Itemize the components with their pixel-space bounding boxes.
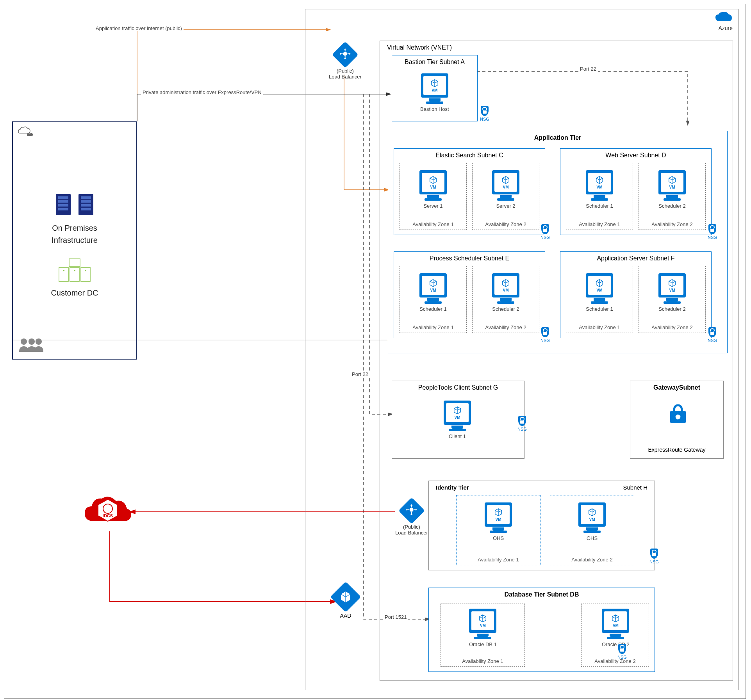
as-title: Application Server Subnet F — [560, 255, 711, 262]
ws-sched1-vm: VMScheduler 1 — [586, 170, 613, 209]
on-premises-box: On Premises Infrastructure Customer DC — [12, 121, 137, 360]
es-nsg: NSG — [541, 224, 550, 240]
aad-icon: AAD — [335, 586, 357, 619]
svg-point-20 — [29, 338, 35, 345]
svg-point-1 — [30, 133, 33, 136]
idcs-cloud: IDCS — [82, 492, 133, 530]
svg-text:IDCS: IDCS — [103, 513, 113, 518]
svg-point-18 — [85, 270, 86, 271]
diagram-frame: Application traffic over internet (publi… — [4, 4, 746, 699]
svg-rect-3 — [58, 196, 68, 199]
svg-rect-8 — [81, 196, 91, 199]
identity-title-left: Identity Tier — [436, 484, 469, 491]
pt-title: PeopleTools Client Subnet G — [392, 384, 524, 391]
svg-rect-12 — [69, 259, 80, 267]
process-scheduler-subnet: Process Scheduler Subnet E VMScheduler 1… — [394, 251, 545, 338]
svg-rect-6 — [58, 208, 68, 210]
customer-dc-icon — [55, 256, 94, 285]
pt-client-vm: VMClient 1 — [444, 401, 471, 439]
svg-point-19 — [21, 338, 27, 345]
svg-rect-4 — [58, 200, 68, 203]
svg-rect-15 — [81, 267, 90, 281]
onprem-title-1: On Premises — [52, 224, 97, 233]
customer-dc-label: Customer DC — [51, 289, 98, 297]
svg-rect-9 — [81, 200, 91, 203]
expressroute-gateway-icon — [665, 402, 690, 429]
svg-rect-14 — [70, 267, 79, 281]
svg-point-21 — [36, 338, 42, 345]
identity-tier: Identity Tier Subnet H VMOHS Availabilit… — [428, 481, 655, 570]
gw-label: ExpressRoute Gateway — [630, 447, 723, 453]
es-server1-vm: VMServer 1 — [419, 170, 447, 209]
bastion-host-vm: VM Bastion Host — [420, 73, 449, 112]
bastion-nsg: NSG — [480, 106, 489, 121]
application-server-subnet: Application Server Subnet F VMScheduler … — [560, 251, 712, 338]
es-title: Elastic Search Subnet C — [394, 152, 545, 159]
ps-sched1-vm: VMScheduler 1 — [419, 273, 447, 312]
app-tier-title: Application Tier — [388, 134, 727, 141]
es-server2-vm: VMServer 2 — [492, 170, 519, 209]
ps-nsg: NSG — [541, 327, 550, 343]
identity-ohs2-vm: VMOHS — [578, 502, 606, 541]
as-sched2-vm: VMScheduler 2 — [658, 273, 686, 312]
virtual-network: Virtual Network (VNET) Bastion Tier Subn… — [380, 41, 733, 681]
svg-point-22 — [343, 52, 347, 56]
users-group-icon — [17, 336, 44, 355]
vnet-title: Virtual Network (VNET) — [387, 44, 452, 51]
db-nsg: NSG — [617, 644, 627, 659]
peopletools-client-subnet: PeopleTools Client Subnet G VMClient 1 — [392, 381, 524, 459]
gateway-subnet: GatewaySubnet ExpressRoute Gateway — [630, 381, 724, 459]
ws-title: Web Server Subnet D — [560, 152, 711, 159]
elastic-search-subnet: Elastic Search Subnet C VMServer 1 Avail… — [394, 148, 545, 235]
aad-label: AAD — [340, 613, 351, 619]
identity-nsg: NSG — [649, 549, 659, 564]
as-sched1-vm: VMScheduler 1 — [586, 273, 613, 312]
identity-title-right: Subnet H — [623, 484, 648, 491]
svg-point-17 — [74, 270, 75, 271]
pt-nsg: NSG — [517, 416, 527, 431]
lb2-label: (Public) Load Balancer — [395, 524, 428, 536]
public-load-balancer-2: (Public) Load Balancer — [395, 501, 428, 536]
bastion-tier: Bastion Tier Subnet A VM Bastion Host — [392, 55, 478, 121]
ps-sched2-vm: VMScheduler 2 — [492, 273, 519, 312]
svg-rect-10 — [81, 204, 91, 207]
web-server-subnet: Web Server Subnet D VMScheduler 1 Availa… — [560, 148, 712, 235]
ws-sched2-vm: VMScheduler 2 — [658, 170, 686, 209]
azure-cloud-icon — [714, 11, 733, 23]
public-load-balancer-1: (Public) Load Balancer — [329, 45, 362, 80]
lb1-label: (Public) Load Balancer — [329, 68, 362, 80]
svg-point-16 — [63, 270, 64, 271]
bastion-title: Bastion Tier Subnet A — [392, 59, 477, 66]
svg-rect-11 — [81, 208, 91, 210]
onprem-title-2: Infrastructure — [52, 236, 98, 245]
cloud-users-icon — [17, 126, 33, 140]
svg-rect-13 — [59, 267, 68, 281]
azure-label: Azure — [718, 25, 733, 31]
gw-title: GatewaySubnet — [630, 384, 723, 391]
svg-point-25 — [410, 508, 414, 512]
identity-ohs1-vm: VMOHS — [485, 502, 512, 541]
svg-rect-5 — [58, 204, 68, 207]
server-rack-icons — [54, 192, 95, 217]
ws-nsg: NSG — [708, 224, 717, 240]
db-title: Database Tier Subnet DB — [429, 591, 655, 598]
application-tier: Application Tier Elastic Search Subnet C… — [388, 131, 728, 353]
label-private-traffic: Private administration traffic over Expr… — [141, 89, 263, 95]
azure-region: Azure (Public) Load Balancer Virtual Net… — [305, 9, 739, 690]
as-nsg: NSG — [708, 327, 717, 343]
ps-title: Process Scheduler Subnet E — [394, 255, 545, 262]
svg-point-0 — [27, 133, 30, 136]
oracle-db2-vm: VMOracle DB 2 — [602, 609, 630, 647]
oracle-db1-vm: VMOracle DB 1 — [469, 609, 497, 647]
label-public-traffic: Application traffic over internet (publi… — [94, 25, 184, 31]
